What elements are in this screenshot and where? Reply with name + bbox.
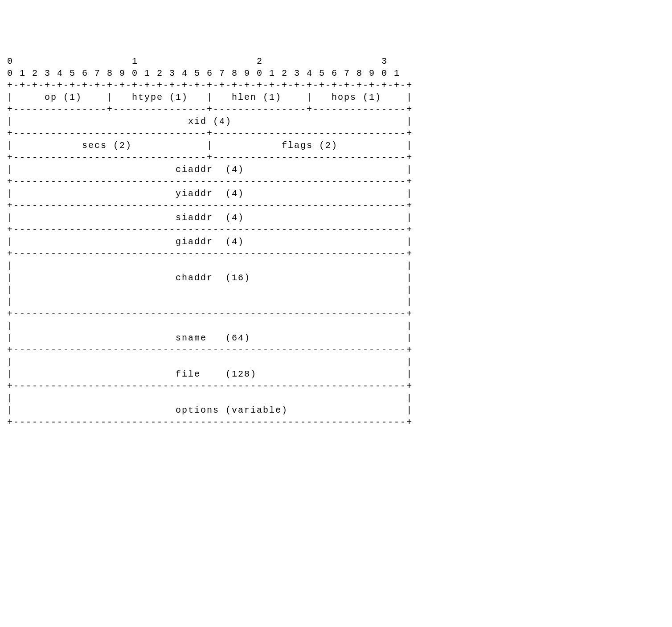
border-bit-ruler: +-+-+-+-+-+-+-+-+-+-+-+-+-+-+-+-+-+-+-+-… xyxy=(7,80,413,90)
row-blank: | | xyxy=(7,321,413,331)
row-sname: | sname (64) | xyxy=(7,333,413,343)
row-chaddr: | chaddr (16) | xyxy=(7,273,413,283)
bit-ruler-tens: 0 1 2 3 xyxy=(7,56,388,66)
row-blank: | | xyxy=(7,285,413,295)
row-blank: | | xyxy=(7,393,413,403)
row-blank: | | xyxy=(7,261,413,271)
row-ciaddr: | ciaddr (4) | xyxy=(7,164,413,175)
row-blank: | | xyxy=(7,357,413,367)
row-yiaddr: | yiaddr (4) | xyxy=(7,189,413,199)
border-two-way: +-------------------------------+-------… xyxy=(7,152,413,163)
border-full: +---------------------------------------… xyxy=(7,249,413,259)
row-siaddr: | siaddr (4) | xyxy=(7,213,413,223)
row-xid: | xid (4) | xyxy=(7,116,413,127)
border-full: +---------------------------------------… xyxy=(7,345,413,355)
border-full: +---------------------------------------… xyxy=(7,309,413,319)
row-op-htype-hlen-hops: | op (1) | htype (1) | hlen (1) | hops (… xyxy=(7,92,413,102)
row-file: | file (128) | xyxy=(7,369,413,379)
row-options: | options (variable) | xyxy=(7,405,413,415)
border-full: +---------------------------------------… xyxy=(7,417,413,427)
bit-ruler-units: 0 1 2 3 4 5 6 7 8 9 0 1 2 3 4 5 6 7 8 9 … xyxy=(7,68,400,78)
row-secs-flags: | secs (2) | flags (2) | xyxy=(7,140,413,151)
row-giaddr: | giaddr (4) | xyxy=(7,237,413,247)
border-full: +---------------------------------------… xyxy=(7,225,413,235)
packet-format-diagram: 0 1 2 3 0 1 2 3 4 5 6 7 8 9 0 1 2 3 4 5 … xyxy=(7,55,413,428)
border-full: +---------------------------------------… xyxy=(7,201,413,211)
row-blank: | | xyxy=(7,297,413,307)
border-two-way: +-------------------------------+-------… xyxy=(7,128,413,139)
border-full: +---------------------------------------… xyxy=(7,381,413,391)
border-four-way: +---------------+---------------+-------… xyxy=(7,104,413,115)
border-full: +---------------------------------------… xyxy=(7,176,413,187)
